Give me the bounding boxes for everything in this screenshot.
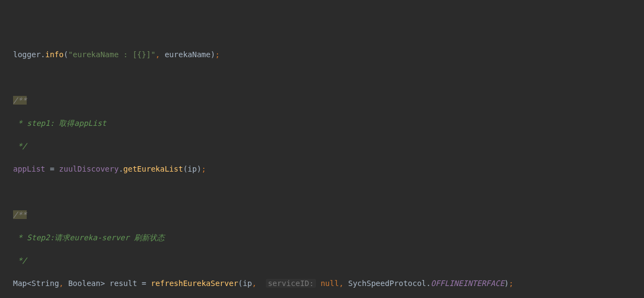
doc-open: /**: [13, 210, 27, 219]
doc-close: */: [13, 256, 27, 265]
identifier: eurekaName: [165, 50, 210, 59]
method-call: getEurekaList: [123, 165, 183, 173]
param-hint: serviceID:: [266, 279, 316, 288]
doc-body: * Step2:请求eureka-server 刷新状态: [13, 233, 165, 242]
type: Map: [13, 279, 27, 288]
doc-comment-line: /**: [13, 95, 644, 106]
identifier: ip: [187, 165, 197, 173]
code-line: appList = zuulDiscovery.getEurekaList(ip…: [13, 163, 644, 175]
blank-line: [13, 72, 644, 83]
constant: OFFLINEINTERFACE: [431, 279, 505, 288]
identifier: result: [110, 279, 137, 288]
code-line: Map<String, Boolean> result = refreshEur…: [13, 278, 644, 289]
blank-line: [13, 186, 644, 198]
doc-comment-line: */: [13, 141, 644, 152]
field: zuulDiscovery: [59, 165, 119, 173]
doc-comment-line: /**: [13, 209, 644, 221]
code-line: logger.info("eurekaName : [{}]", eurekaN…: [13, 49, 644, 60]
type: SychSpeedProtocol: [348, 279, 426, 288]
doc-comment-line: */: [13, 255, 644, 266]
code-editor[interactable]: logger.info("eurekaName : [{}]", eurekaN…: [13, 49, 644, 298]
field: appList: [13, 165, 45, 173]
doc-open: /**: [13, 96, 27, 105]
doc-close: */: [13, 142, 27, 150]
type: Boolean: [68, 279, 100, 288]
doc-body: * step1: 取得appList: [13, 119, 106, 127]
doc-comment-line: * Step2:请求eureka-server 刷新状态: [13, 232, 644, 244]
method-call: refreshEurekaServer: [151, 279, 238, 288]
type: String: [32, 279, 59, 288]
keyword-null: null: [320, 279, 339, 288]
identifier: logger: [13, 50, 41, 59]
method-call: info: [45, 50, 64, 59]
string-literal: "eurekaName : [{}]": [68, 50, 155, 59]
identifier: ip: [243, 279, 252, 288]
doc-comment-line: * step1: 取得appList: [13, 118, 644, 129]
